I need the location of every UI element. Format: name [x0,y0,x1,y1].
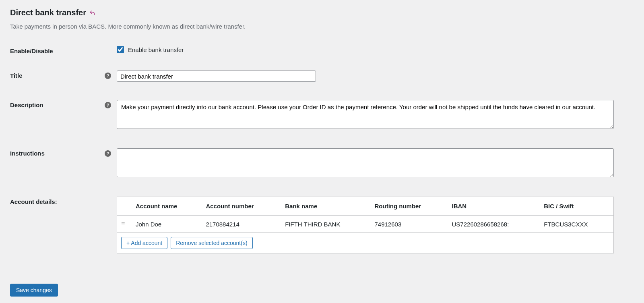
instructions-row: Instructions ? [10,148,634,178]
page-subtitle: Take payments in person via BACS. More c… [10,23,634,30]
drag-handle-icon[interactable]: ≡ [121,220,125,228]
description-label: Description ? [10,100,117,108]
page-title-text: Direct bank transfer [10,8,86,17]
enable-checkbox[interactable] [117,46,124,53]
col-bic: BIC / Swift [540,197,613,216]
account-details-row: Account details: Account name Account nu… [10,197,634,253]
cell-account-number[interactable]: 2170884214 [202,216,281,233]
cell-bic[interactable]: FTBCUS3CXXX [540,216,613,233]
cell-routing[interactable]: 74912603 [370,216,448,233]
description-row: Description ? [10,100,634,130]
help-icon[interactable]: ? [105,102,111,108]
cell-account-name[interactable]: John Doe [132,216,202,233]
col-iban: IBAN [448,197,540,216]
enable-checkbox-label: Enable bank transfer [128,46,184,53]
help-icon[interactable]: ? [105,73,111,79]
back-link-icon[interactable] [89,10,95,16]
add-account-button[interactable]: + Add account [121,237,167,249]
enable-disable-row: Enable/Disable Enable bank transfer [10,46,634,54]
page-title: Direct bank transfer [10,8,634,17]
col-routing: Routing number [370,197,448,216]
cell-bank-name[interactable]: FIFTH THIRD BANK [281,216,370,233]
account-details-label: Account details: [10,197,117,205]
instructions-textarea[interactable] [117,148,614,177]
save-button[interactable]: Save changes [10,284,58,297]
cell-iban[interactable]: US72260286658268: [448,216,540,233]
title-label: Title ? [10,71,117,79]
col-account-name: Account name [132,197,202,216]
accounts-container: Account name Account number Bank name Ro… [117,197,614,253]
accounts-table: Account name Account number Bank name Ro… [117,197,613,233]
help-icon[interactable]: ? [105,150,111,157]
col-bank-name: Bank name [281,197,370,216]
remove-account-button[interactable]: Remove selected account(s) [171,237,252,249]
description-textarea[interactable] [117,100,614,129]
title-row: Title ? [10,71,634,82]
col-account-number: Account number [202,197,281,216]
enable-disable-label: Enable/Disable [10,46,117,54]
title-input[interactable] [117,71,316,82]
table-row[interactable]: ≡ John Doe 2170884214 FIFTH THIRD BANK 7… [117,216,613,233]
instructions-label: Instructions ? [10,148,117,157]
